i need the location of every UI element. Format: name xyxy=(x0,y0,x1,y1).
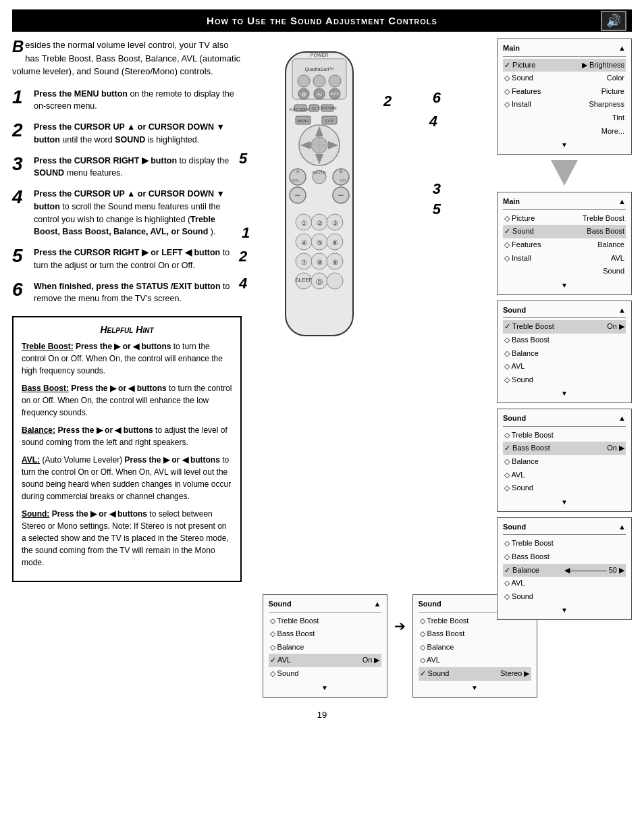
menu2-install: ◇ InstallAVL xyxy=(503,252,626,265)
svg-text:POWER: POWER xyxy=(311,53,328,57)
menu4-avl: ◇ AVL xyxy=(503,469,626,482)
menu7-arrow: ▼ xyxy=(419,683,531,694)
step-1-text: Press the MENU button on the remote to d… xyxy=(34,88,242,113)
svg-text:+: + xyxy=(296,167,300,176)
menu4-balance: ◇ Balance xyxy=(503,455,626,469)
svg-text:②: ② xyxy=(317,219,323,227)
svg-text:−: − xyxy=(295,189,301,201)
svg-text:⑨: ⑨ xyxy=(332,259,338,266)
svg-text:QuadraSurf™: QuadraSurf™ xyxy=(304,67,333,72)
menu1-sound: ◇ SoundColor xyxy=(503,72,626,85)
step-5-text: Press the CURSOR RIGHT ▶ or LEFT ◀ butto… xyxy=(34,246,242,272)
menu3-arrow: ▼ xyxy=(503,388,626,399)
menu4-sound: ◇ Sound xyxy=(503,481,626,495)
remote-control-area: QuadraSurf™ @ AV AV/Ch POWER xyxy=(255,45,404,396)
menu3-avl: ◇ AVL xyxy=(503,360,626,373)
step-3-text: Press the CURSOR RIGHT ▶ button to displ… xyxy=(34,155,242,180)
step-4-num: 4 xyxy=(12,188,27,207)
menu6-bass: ◇ Bass Boost xyxy=(269,627,381,641)
step-overlay-1: 1 xyxy=(242,224,250,242)
menu1-arrow: ▼ xyxy=(503,140,626,151)
step-5-num: 5 xyxy=(12,246,27,265)
svg-text:⑤: ⑤ xyxy=(317,239,323,246)
menu4-title: Sound▲ xyxy=(503,413,626,427)
menu-sound-bass: Sound▲ ◇ Treble Boost ✓ Bass BoostOn ▶ ◇… xyxy=(497,409,632,512)
menu7-balance: ◇ Balance xyxy=(419,641,531,654)
menu2-title: Main▲ xyxy=(503,196,626,210)
big-arrow-down xyxy=(497,160,632,189)
svg-text:MUTE: MUTE xyxy=(313,170,326,175)
svg-point-5 xyxy=(329,75,341,87)
menu3-sound: ◇ Sound xyxy=(503,373,626,387)
menu5-title: Sound▲ xyxy=(503,521,626,536)
svg-text:VOL: VOL xyxy=(292,178,300,182)
step-4-text: Press the CURSOR UP ▲ or CURSOR DOWN ▼ b… xyxy=(34,188,242,238)
svg-text:⑥: ⑥ xyxy=(332,239,338,246)
menu3-balance: ◇ Balance xyxy=(503,347,626,361)
hint-balance: Balance: Press the ▶ or ◀ buttons to adj… xyxy=(22,424,232,448)
menu4-bass: ✓ Bass BoostOn ▶ xyxy=(503,442,626,455)
menu6-treble: ◇ Treble Boost xyxy=(269,615,381,628)
step-6-text: When finished, press the STATUS /EXIT bu… xyxy=(34,280,242,306)
step-1: 1 Press the MENU button on the remote to… xyxy=(12,88,242,113)
menu1-title: Main▲ xyxy=(503,43,626,57)
menu7-bass: ◇ Bass Boost xyxy=(419,627,531,641)
menu-sound-treble: Sound▲ ✓ Treble BoostOn ▶ ◇ Bass Boost ◇… xyxy=(497,301,632,404)
svg-marker-66 xyxy=(551,160,578,186)
svg-text:④: ④ xyxy=(301,239,307,246)
svg-text:@: @ xyxy=(301,91,306,97)
step-6-num: 6 xyxy=(12,280,27,299)
step-2: 2 Press the CURSOR UP ▲ or CURSOR DOWN ▼… xyxy=(12,121,242,147)
svg-text:CH: CH xyxy=(340,178,346,182)
step-6: 6 When finished, press the STATUS /EXIT … xyxy=(12,280,242,306)
menu5-bass: ◇ Bass Boost xyxy=(503,550,626,564)
svg-text:⑧: ⑧ xyxy=(317,259,323,266)
menu2-features: ◇ FeaturesBalance xyxy=(503,238,626,252)
svg-text:AV: AV xyxy=(317,93,322,97)
step-1-num: 1 xyxy=(12,88,27,107)
svg-point-65 xyxy=(327,273,343,289)
menu6-sound: ◇ Sound xyxy=(269,667,381,681)
bottom-left-area: Sound▲ ◇ Treble Boost ◇ Bass Boost ◇ Bal… xyxy=(263,594,387,703)
helpful-hint-box: Helpful Hint Treble Boost: Press the ▶ o… xyxy=(12,316,242,582)
menu3-treble: ✓ Treble BoostOn ▶ xyxy=(503,320,626,334)
menu5-avl: ◇ AVL xyxy=(503,577,626,590)
svg-text:⑦: ⑦ xyxy=(301,259,307,266)
menus-right: Main▲ ✓ Picture▶ Brightness ◇ SoundColor… xyxy=(402,38,632,625)
header-title: How to Use the Sound Adjustment Controls xyxy=(207,15,437,26)
svg-text:③: ③ xyxy=(332,219,338,227)
svg-text:⓪: ⓪ xyxy=(316,278,323,286)
menu2-sound-item: Sound xyxy=(503,265,626,278)
menu4-treble: ◇ Treble Boost xyxy=(503,429,626,442)
menu3-bass: ◇ Bass Boost xyxy=(503,334,626,347)
svg-text:MENU: MENU xyxy=(297,119,309,123)
step-overlay-4b: 4 xyxy=(239,275,247,292)
svg-point-4 xyxy=(313,75,325,87)
menu4-arrow: ▼ xyxy=(503,497,626,508)
step-2-text: Press the CURSOR UP ▲ or CURSOR DOWN ▼ b… xyxy=(34,121,242,147)
remote-svg: QuadraSurf™ @ AV AV/Ch POWER xyxy=(255,45,383,376)
intro-body: esides the normal volume level control, … xyxy=(12,40,240,76)
page-number: 19 xyxy=(0,710,644,720)
menu2-sound: ✓ SoundBass Boost xyxy=(503,225,626,238)
menu7-avl: ◇ AVL xyxy=(419,654,531,667)
right-section: QuadraSurf™ @ AV AV/Ch POWER xyxy=(248,38,632,589)
hint-avl: AVL: (Auto Volume Leveler) Press the ▶ o… xyxy=(22,454,232,502)
svg-point-3 xyxy=(298,75,310,87)
svg-text:①: ① xyxy=(301,219,307,227)
menu2-picture: ◇ PictureTreble Boost xyxy=(503,212,626,226)
sound-icon: 🔊 xyxy=(601,11,626,31)
step-2-num: 2 xyxy=(12,121,27,140)
menu3-title: Sound▲ xyxy=(503,305,626,319)
menu1-features: ◇ FeaturesPicture xyxy=(503,85,626,99)
menu5-treble: ◇ Treble Boost xyxy=(503,537,626,550)
menu5-arrow: ▼ xyxy=(503,605,626,616)
svg-text:STATUS/ME: STATUS/ME xyxy=(318,106,338,110)
hint-treble: Treble Boost: Press the ▶ or ◀ buttons t… xyxy=(22,340,232,377)
menu6-avl: ✓ AVLOn ▶ xyxy=(269,654,381,667)
svg-text:AUTO SOUND: AUTO SOUND xyxy=(289,107,312,111)
svg-text:SLEEP: SLEEP xyxy=(295,277,313,283)
hint-sound: Sound: Press the ▶ or ◀ buttons to selec… xyxy=(22,508,232,569)
menu2-arrow: ▼ xyxy=(503,280,626,291)
svg-text:CC: CC xyxy=(311,107,317,111)
